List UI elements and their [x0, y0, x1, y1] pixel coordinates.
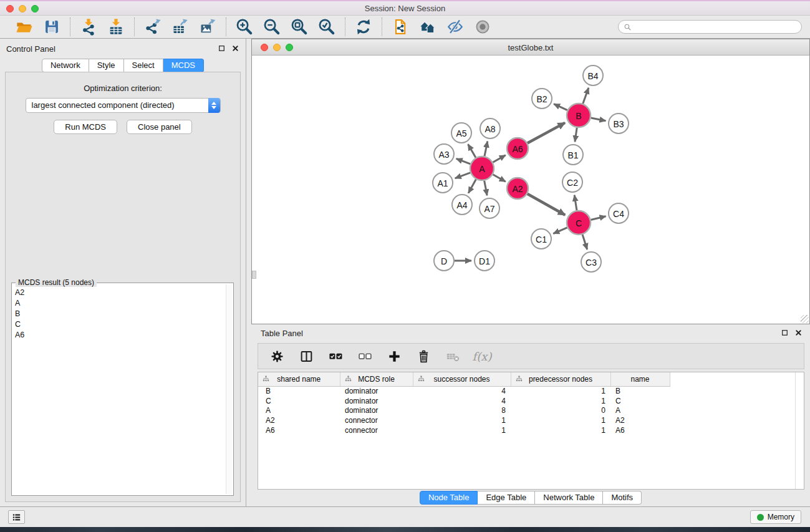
graph-node-C3[interactable]: C3 [581, 252, 601, 272]
table-cell[interactable]: 1 [511, 386, 610, 396]
graph-node-D[interactable]: D [434, 251, 454, 271]
graph-node-A4[interactable]: A4 [452, 195, 472, 215]
table-cell[interactable]: B [610, 386, 670, 396]
criterion-dropdown[interactable]: largest connected component (directed) [26, 98, 221, 113]
close-panel-button[interactable]: Close panel [127, 120, 192, 134]
column-header-successor-nodes[interactable]: successor nodes [413, 372, 511, 386]
table-cell[interactable]: 8 [413, 405, 511, 415]
graph-edge-A2-C[interactable] [528, 194, 566, 215]
refresh-view-button[interactable] [352, 17, 375, 37]
node-table-row[interactable]: A6connector11A6 [258, 425, 670, 435]
graph-node-B1[interactable]: B1 [563, 145, 583, 165]
table-settings-button[interactable] [266, 346, 287, 367]
graph-node-A[interactable]: A [470, 157, 494, 180]
table-cell[interactable]: connector [340, 425, 413, 435]
export-network-button[interactable] [142, 17, 164, 37]
result-scrollbar[interactable] [226, 284, 232, 494]
tab-network-table[interactable]: Network Table [535, 491, 603, 505]
close-table-panel-icon[interactable] [794, 329, 803, 337]
float-panel-icon[interactable] [218, 44, 226, 52]
table-scrollbar[interactable] [795, 372, 796, 489]
export-table-button[interactable] [169, 17, 191, 37]
mcds-result-item[interactable]: A [12, 297, 224, 308]
select-all-button[interactable] [325, 346, 346, 367]
table-cell[interactable]: C [258, 396, 340, 406]
graph-node-C2[interactable]: C2 [562, 172, 582, 192]
table-cell[interactable]: A6 [610, 425, 670, 435]
mcds-result-item[interactable]: A2 [12, 287, 224, 297]
table-cell[interactable]: 1 [511, 396, 610, 406]
show-all-panels-button[interactable] [417, 17, 439, 37]
table-cell[interactable]: A [610, 405, 670, 415]
graph-edge-A-A3[interactable] [456, 158, 471, 164]
graph-node-A8[interactable]: A8 [480, 118, 500, 138]
graph-edge-A-A4[interactable] [468, 180, 476, 193]
window-resize-grip[interactable] [801, 315, 809, 323]
table-cell[interactable]: A6 [258, 425, 340, 435]
graph-edge-B-B1[interactable] [575, 128, 577, 142]
column-header-name[interactable]: name [610, 372, 670, 386]
table-cell[interactable]: connector [340, 415, 413, 425]
node-table-row[interactable]: A2connector11A2 [258, 415, 670, 425]
graph-edge-A6-B[interactable] [528, 123, 565, 143]
table-cell[interactable]: dominator [340, 396, 413, 406]
graph-node-A1[interactable]: A1 [433, 173, 453, 193]
table-cell[interactable]: C [610, 396, 670, 406]
graph-node-B[interactable]: B [567, 104, 591, 127]
table-cell[interactable]: 0 [511, 405, 610, 415]
mcds-result-item[interactable]: A6 [12, 330, 224, 341]
table-cell[interactable]: 4 [413, 386, 511, 396]
new-network-from-selection-button[interactable] [389, 17, 412, 37]
column-header-shared-name[interactable]: shared name [258, 372, 340, 386]
graph-node-B3[interactable]: B3 [609, 114, 629, 133]
table-cell[interactable]: 4 [413, 396, 511, 406]
node-table-row[interactable]: Adominator80A [258, 405, 670, 415]
graph-edge-A-A5[interactable] [468, 144, 476, 158]
save-session-button[interactable] [41, 17, 63, 37]
tab-motifs[interactable]: Motifs [603, 491, 642, 505]
import-table-button[interactable] [105, 17, 127, 37]
table-cell[interactable]: 1 [511, 425, 610, 435]
node-table-row[interactable]: Cdominator41C [258, 396, 670, 406]
tab-node-table[interactable]: Node Table [420, 491, 478, 505]
export-image-button[interactable] [196, 17, 219, 37]
table-cell[interactable]: B [258, 386, 340, 396]
graph-node-A7[interactable]: A7 [480, 198, 499, 218]
graph-edge-A-A1[interactable] [455, 173, 470, 178]
graph-node-C[interactable]: C [567, 211, 591, 235]
table-cell[interactable]: dominator [340, 386, 413, 396]
float-table-panel-icon[interactable] [781, 329, 789, 337]
close-panel-icon[interactable] [231, 44, 239, 52]
tab-edge-table[interactable]: Edge Table [478, 491, 535, 505]
graph-node-A2[interactable]: A2 [507, 178, 528, 199]
graph-node-D1[interactable]: D1 [475, 251, 494, 271]
zoom-in-button[interactable] [233, 17, 256, 37]
graph-node-B2[interactable]: B2 [532, 89, 552, 109]
zoom-out-button[interactable] [261, 17, 283, 37]
task-history-button[interactable] [8, 510, 25, 524]
create-column-button[interactable] [383, 346, 405, 367]
graph-node-C1[interactable]: C1 [531, 229, 551, 249]
tab-network[interactable]: Network [42, 59, 89, 72]
memory-button[interactable]: Memory [750, 510, 801, 524]
table-cell[interactable]: dominator [340, 405, 413, 415]
table-cell[interactable]: 1 [413, 415, 511, 425]
graph-edge-C-C3[interactable] [582, 235, 587, 249]
tab-mcds[interactable]: MCDS [163, 59, 204, 72]
graph-edge-A-A6[interactable] [493, 155, 505, 162]
search-input[interactable] [634, 22, 796, 31]
show-graphics-details-button[interactable] [471, 17, 494, 37]
graph-edge-C-C1[interactable] [553, 228, 567, 234]
table-cell[interactable]: 1 [511, 415, 610, 425]
node-table-row[interactable]: Bdominator41B [258, 386, 670, 396]
mcds-result-item[interactable]: C [12, 319, 224, 330]
table-cell[interactable]: A2 [258, 415, 340, 425]
hide-selected-button[interactable] [444, 17, 466, 37]
import-network-button[interactable] [77, 17, 100, 37]
graph-edge-A-A8[interactable] [485, 142, 488, 157]
graph-node-B4[interactable]: B4 [583, 65, 603, 85]
zoom-selected-button[interactable] [316, 17, 338, 37]
column-header-MCDS-role[interactable]: MCDS role [340, 372, 413, 386]
mcds-result-item[interactable]: B [12, 308, 224, 319]
graph-edge-A-A2[interactable] [493, 175, 505, 181]
